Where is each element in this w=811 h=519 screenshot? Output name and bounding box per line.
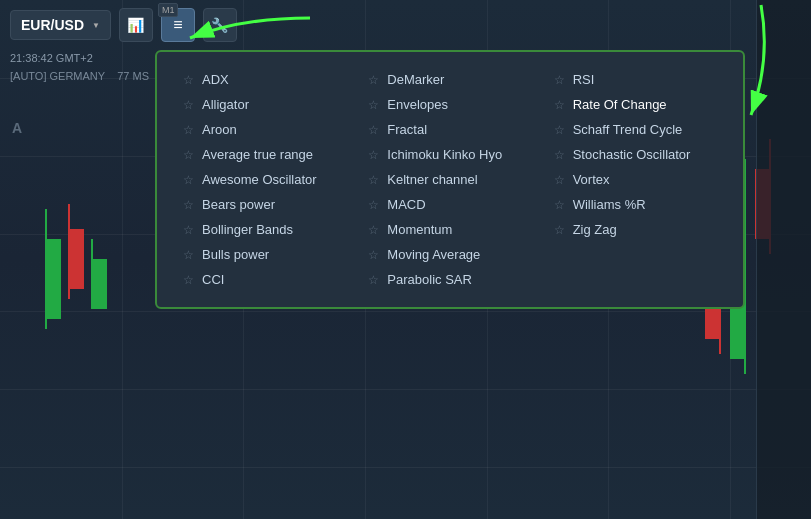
- star-fractal: ☆: [368, 123, 379, 137]
- star-atr: ☆: [183, 148, 194, 162]
- indicator-alligator[interactable]: ☆ Alligator: [177, 92, 352, 117]
- indicator-momentum[interactable]: ☆ Momentum: [362, 217, 537, 242]
- indicator-aroon[interactable]: ☆ Aroon: [177, 117, 352, 142]
- indicator-schaff-label: Schaff Trend Cycle: [573, 122, 683, 137]
- star-vortex: ☆: [554, 173, 565, 187]
- indicator-parabolic-label: Parabolic SAR: [387, 272, 472, 287]
- indicator-stochastic-label: Stochastic Oscillator: [573, 147, 691, 162]
- star-williams: ☆: [554, 198, 565, 212]
- star-moving-avg: ☆: [368, 248, 379, 262]
- marker-a: A: [12, 120, 22, 136]
- indicator-moving-avg[interactable]: ☆ Moving Average: [362, 242, 537, 267]
- indicator-demarker-label: DeMarker: [387, 72, 444, 87]
- star-demarker: ☆: [368, 73, 379, 87]
- price-axis: [756, 0, 811, 519]
- indicator-fractal[interactable]: ☆ Fractal: [362, 117, 537, 142]
- indicators-button[interactable]: M1 ≡: [161, 8, 195, 42]
- time-display: 21:38:42 GMT+2: [10, 50, 149, 68]
- indicator-fractal-label: Fractal: [387, 122, 427, 137]
- col3: ☆ RSI ☆ Rate Of Change ☆ Schaff Trend Cy…: [548, 67, 723, 292]
- star-bears: ☆: [183, 198, 194, 212]
- indicator-vortex-label: Vortex: [573, 172, 610, 187]
- settings-button[interactable]: 🔧: [203, 8, 237, 42]
- indicator-parabolic[interactable]: ☆ Parabolic SAR: [362, 267, 537, 292]
- col1: ☆ ADX ☆ Alligator ☆ Aroon ☆ Average true…: [177, 67, 352, 292]
- indicator-bulls-label: Bulls power: [202, 247, 269, 262]
- info-bar: 21:38:42 GMT+2 [AUTO] GERMANY 77 MS: [10, 50, 149, 85]
- chart-type-icon: 📊: [127, 17, 144, 33]
- indicator-momentum-label: Momentum: [387, 222, 452, 237]
- indicator-envelopes[interactable]: ☆ Envelopes: [362, 92, 537, 117]
- indicator-macd-label: MACD: [387, 197, 425, 212]
- star-keltner: ☆: [368, 173, 379, 187]
- indicator-bears-label: Bears power: [202, 197, 275, 212]
- indicator-macd[interactable]: ☆ MACD: [362, 192, 537, 217]
- indicator-bears[interactable]: ☆ Bears power: [177, 192, 352, 217]
- indicator-schaff[interactable]: ☆ Schaff Trend Cycle: [548, 117, 723, 142]
- indicator-awesome[interactable]: ☆ Awesome Oscillator: [177, 167, 352, 192]
- settings-icon: 🔧: [211, 17, 228, 33]
- indicator-dropdown: ☆ ADX ☆ Alligator ☆ Aroon ☆ Average true…: [155, 50, 745, 309]
- indicator-keltner[interactable]: ☆ Keltner channel: [362, 167, 537, 192]
- indicator-ichimoku-label: Ichimoku Kinko Hyo: [387, 147, 502, 162]
- indicator-roc-label: Rate Of Change: [573, 97, 667, 112]
- indicator-grid: ☆ ADX ☆ Alligator ☆ Aroon ☆ Average true…: [177, 67, 723, 292]
- indicator-ichimoku[interactable]: ☆ Ichimoku Kinko Hyo: [362, 142, 537, 167]
- indicator-bollinger[interactable]: ☆ Bollinger Bands: [177, 217, 352, 242]
- indicator-adx[interactable]: ☆ ADX: [177, 67, 352, 92]
- star-aroon: ☆: [183, 123, 194, 137]
- col2: ☆ DeMarker ☆ Envelopes ☆ Fractal ☆ Ichim…: [362, 67, 537, 292]
- indicator-adx-label: ADX: [202, 72, 229, 87]
- indicator-stochastic[interactable]: ☆ Stochastic Oscillator: [548, 142, 723, 167]
- indicator-atr-label: Average true range: [202, 147, 313, 162]
- indicator-demarker[interactable]: ☆ DeMarker: [362, 67, 537, 92]
- indicator-vortex[interactable]: ☆ Vortex: [548, 167, 723, 192]
- indicator-rsi-label: RSI: [573, 72, 595, 87]
- star-cci: ☆: [183, 273, 194, 287]
- chart-type-button[interactable]: 📊: [119, 8, 153, 42]
- indicator-cci-label: CCI: [202, 272, 224, 287]
- star-bulls: ☆: [183, 248, 194, 262]
- star-envelopes: ☆: [368, 98, 379, 112]
- star-ichimoku: ☆: [368, 148, 379, 162]
- star-macd: ☆: [368, 198, 379, 212]
- star-zigzag: ☆: [554, 223, 565, 237]
- star-alligator: ☆: [183, 98, 194, 112]
- star-awesome: ☆: [183, 173, 194, 187]
- star-bollinger: ☆: [183, 223, 194, 237]
- mode-display: [AUTO] GERMANY 77 MS: [10, 68, 149, 86]
- star-rsi: ☆: [554, 73, 565, 87]
- indicator-moving-avg-label: Moving Average: [387, 247, 480, 262]
- indicator-williams[interactable]: ☆ Williams %R: [548, 192, 723, 217]
- indicator-alligator-label: Alligator: [202, 97, 249, 112]
- indicator-zigzag-label: Zig Zag: [573, 222, 617, 237]
- rate-of-change-item[interactable]: ☆ Rate Of Change: [548, 92, 723, 117]
- star-roc: ☆: [554, 98, 565, 112]
- toolbar: EUR/USD 📊 M1 ≡ 🔧: [0, 0, 811, 50]
- symbol-label: EUR/USD: [21, 17, 84, 33]
- timeframe-badge: M1: [158, 3, 179, 17]
- indicator-awesome-label: Awesome Oscillator: [202, 172, 317, 187]
- indicator-zigzag[interactable]: ☆ Zig Zag: [548, 217, 723, 242]
- indicators-icon: ≡: [173, 16, 182, 34]
- star-stochastic: ☆: [554, 148, 565, 162]
- indicator-keltner-label: Keltner channel: [387, 172, 477, 187]
- star-parabolic: ☆: [368, 273, 379, 287]
- indicator-atr[interactable]: ☆ Average true range: [177, 142, 352, 167]
- star-momentum: ☆: [368, 223, 379, 237]
- indicator-envelopes-label: Envelopes: [387, 97, 448, 112]
- indicator-aroon-label: Aroon: [202, 122, 237, 137]
- indicator-bollinger-label: Bollinger Bands: [202, 222, 293, 237]
- indicator-cci[interactable]: ☆ CCI: [177, 267, 352, 292]
- star-adx: ☆: [183, 73, 194, 87]
- indicator-williams-label: Williams %R: [573, 197, 646, 212]
- symbol-dropdown[interactable]: EUR/USD: [10, 10, 111, 40]
- indicator-bulls[interactable]: ☆ Bulls power: [177, 242, 352, 267]
- star-schaff: ☆: [554, 123, 565, 137]
- indicator-rsi[interactable]: ☆ RSI: [548, 67, 723, 92]
